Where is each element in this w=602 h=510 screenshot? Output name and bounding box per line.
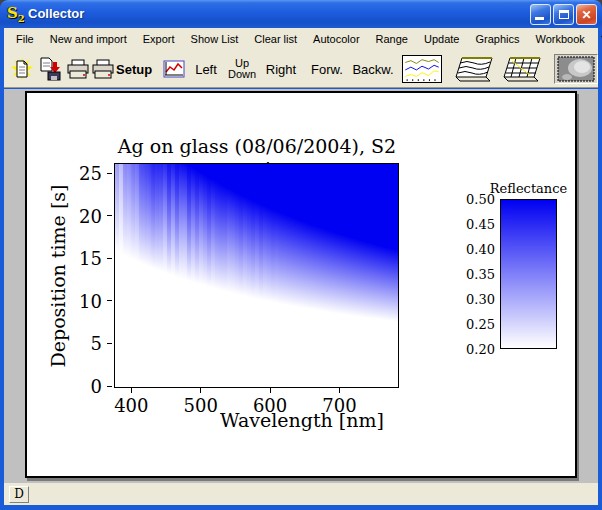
- print-setup-icon: [92, 59, 114, 79]
- print-setup-label: Setup: [116, 62, 152, 77]
- menu-item[interactable]: Update: [416, 28, 467, 50]
- x-tick-mark: [339, 388, 340, 393]
- new-import-button[interactable]: [10, 54, 34, 84]
- colorbar-tick-label: 0.45: [465, 217, 495, 232]
- app-icon: S2: [7, 4, 25, 28]
- right-label: Right: [266, 62, 296, 77]
- status-panel-button[interactable]: D: [9, 486, 29, 503]
- surface-3d-icon: [452, 55, 496, 83]
- y-tick-label: 15: [27, 248, 102, 269]
- y-tick-mark: [107, 215, 112, 216]
- colorbar-tick-label: 0.30: [465, 292, 495, 307]
- map-view-button[interactable]: [554, 54, 598, 84]
- minimize-button[interactable]: [530, 4, 551, 25]
- y-tick-label: 25: [27, 163, 102, 184]
- graph-properties-button[interactable]: [161, 54, 187, 84]
- forward-label: Forw.: [311, 62, 343, 77]
- x-tick-mark: [131, 388, 132, 393]
- x-tick-label: 700: [322, 395, 356, 416]
- mesh-3d-button[interactable]: [498, 54, 546, 84]
- x-tick-label: 500: [184, 395, 218, 416]
- new-import-icon: [11, 58, 33, 80]
- mesh-3d-icon: [500, 55, 544, 83]
- backward-label: Backw.: [352, 62, 393, 77]
- x-tick-label: 600: [253, 395, 287, 416]
- left-label: Left: [195, 62, 217, 77]
- menu-item[interactable]: Workbook: [528, 28, 593, 50]
- minimize-icon: [535, 17, 544, 20]
- x-tick-mark: [200, 388, 201, 393]
- titlebar[interactable]: S2 Collector ✕: [0, 0, 602, 28]
- y-tick-label: 20: [27, 205, 102, 226]
- heatmap-canvas[interactable]: [114, 163, 399, 388]
- print-setup-button[interactable]: Setup: [92, 54, 156, 84]
- right-button[interactable]: Right: [262, 54, 300, 84]
- colorbar: [500, 199, 557, 349]
- workspace: Ag on glass (08/06/2004), S2 spectra Dep…: [4, 89, 598, 483]
- app-window: S2 Collector ✕ FileNew and importExportS…: [0, 0, 602, 510]
- left-button[interactable]: Left: [190, 54, 222, 84]
- x-tick-label: 400: [114, 395, 148, 416]
- y-tick-mark: [107, 386, 112, 387]
- menu-item[interactable]: Export: [135, 28, 183, 50]
- colorbar-tick-label: 0.25: [465, 317, 495, 332]
- statusbar: D: [4, 483, 598, 505]
- menu-item[interactable]: New and import: [42, 28, 135, 50]
- surface-3d-button[interactable]: [450, 54, 498, 84]
- map-view-icon: [557, 56, 595, 82]
- forward-button[interactable]: Forw.: [307, 54, 347, 84]
- window-title: Collector: [28, 6, 84, 21]
- y-tick-mark: [107, 343, 112, 344]
- y-tick-mark: [107, 173, 112, 174]
- spectra-2d-plot-icon: [402, 55, 442, 83]
- maximize-button[interactable]: [553, 4, 574, 25]
- menu-item[interactable]: ?: [593, 28, 602, 50]
- print-icon: [67, 59, 89, 79]
- y-tick-label: 5: [27, 333, 102, 354]
- export-save-button[interactable]: [38, 54, 64, 84]
- print-button[interactable]: [66, 54, 90, 84]
- colorbar-tick-label: 0.35: [465, 267, 495, 282]
- up-down-label: UpDown: [228, 58, 256, 80]
- chart-page: Ag on glass (08/06/2004), S2 spectra Dep…: [25, 91, 577, 478]
- up-down-button[interactable]: UpDown: [224, 54, 260, 84]
- export-save-icon: [39, 57, 63, 81]
- menu-item[interactable]: File: [8, 28, 42, 50]
- spectra-2d-plot-button[interactable]: [400, 54, 444, 84]
- colorbar-tick-label: 0.40: [465, 242, 495, 257]
- close-button[interactable]: ✕: [576, 4, 597, 25]
- graph-properties-icon: [163, 60, 185, 78]
- menu-item[interactable]: Show List: [183, 28, 247, 50]
- menu-item[interactable]: Graphics: [467, 28, 527, 50]
- menu-item[interactable]: Range: [368, 28, 416, 50]
- colorbar-tick-label: 0.20: [465, 342, 495, 357]
- y-tick-mark: [107, 300, 112, 301]
- menu-item[interactable]: Clear list: [246, 28, 305, 50]
- x-axis-label: Wavelength [nm]: [197, 409, 407, 431]
- x-tick-mark: [270, 388, 271, 393]
- toolbar: Setup Left UpDown Right Forw. Backw.: [4, 50, 598, 88]
- y-tick-mark: [107, 258, 112, 259]
- backward-button[interactable]: Backw.: [350, 54, 396, 84]
- menubar: FileNew and importExportShow ListClear l…: [4, 28, 598, 50]
- y-tick-label: 0: [27, 376, 102, 397]
- close-icon: ✕: [581, 9, 591, 21]
- maximize-icon: [559, 10, 569, 19]
- y-tick-label: 10: [27, 290, 102, 311]
- menu-item[interactable]: Autocolor: [305, 28, 367, 50]
- colorbar-tick-label: 0.50: [465, 192, 495, 207]
